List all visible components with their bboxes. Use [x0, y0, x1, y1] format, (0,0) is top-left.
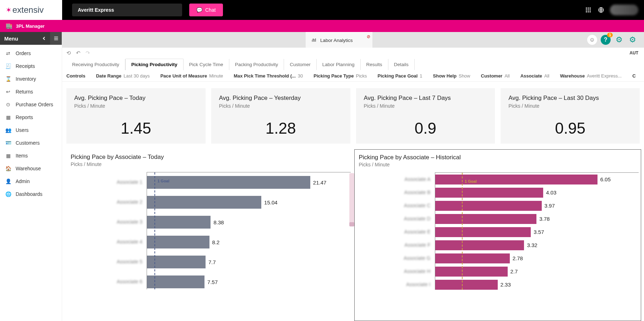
control-max-pick-time[interactable]: Max Pick Time Threshold (...30: [234, 73, 303, 79]
controls-row: Controls Date RangeLast 30 days Pace Uni…: [62, 70, 644, 82]
warehouse-icon: 🏬: [6, 23, 12, 29]
card-subtitle: Picks / Minute: [508, 103, 632, 109]
customers-icon: 🪪: [5, 140, 11, 146]
report-tab-packing[interactable]: Packing Productivity: [229, 59, 284, 70]
analytics-icon: [311, 37, 317, 43]
metric-cards: Avg. Picking Pace – Today Picks / Minute…: [62, 82, 644, 147]
svg-rect-6: [586, 11, 587, 12]
chart-title: Picking Pace by Associate – Historical: [357, 154, 639, 161]
chart-plot: 6.054.033.973.783.573.322.782.72.331 Goa…: [435, 172, 639, 290]
user-avatar[interactable]: [610, 5, 638, 15]
sidebar-item-label: Users: [16, 127, 29, 133]
apps-icon[interactable]: [584, 6, 592, 14]
card-7days[interactable]: Avg. Picking Pace – Last 7 Days Picks / …: [356, 88, 495, 144]
chart-scrollbar[interactable]: [349, 173, 354, 226]
settings-icon-2[interactable]: ⚙: [628, 35, 638, 45]
svg-rect-7: [588, 11, 589, 12]
control-trailing[interactable]: C: [632, 73, 635, 79]
feedback-icon[interactable]: ☺: [587, 35, 597, 45]
card-today[interactable]: Avg. Picking Pace – Today Picks / Minute…: [66, 88, 206, 144]
main-area: Labor Analytics ⊘ ☺ ? 1 ⚙ ⚙ ⟲ ↶ ↷ AUT Re…: [62, 32, 644, 321]
svg-rect-2: [590, 7, 591, 9]
returns-icon: ↩: [5, 89, 11, 95]
sidebar-item-label: Returns: [16, 89, 33, 95]
control-picking-pace-type[interactable]: Picking Pace TypePicks: [313, 73, 367, 79]
app-context-bar: 🏬 3PL Manager: [0, 20, 644, 32]
control-customer[interactable]: CustomerAll: [481, 73, 510, 79]
toolbar-row: ⟲ ↶ ↷ AUT: [62, 48, 644, 58]
card-title: Avg. Picking Pace – Today: [74, 95, 198, 102]
report-tab-receiving[interactable]: Receiving Productivity: [66, 59, 125, 70]
sidebar-item-admin[interactable]: 👤Admin: [0, 175, 62, 188]
report-tab-pick-cycle[interactable]: Pick Cycle Time: [184, 59, 229, 70]
help-icon[interactable]: ? 1: [601, 35, 611, 45]
sidebar-item-dashboards[interactable]: 🌐Dashboards: [0, 188, 62, 200]
tab-strip: Labor Analytics ⊘ ☺ ? 1 ⚙ ⚙: [62, 32, 644, 48]
chart-title: Picking Pace by Associate – Today: [69, 154, 351, 161]
svg-rect-5: [590, 10, 591, 11]
settings-icon[interactable]: ⚙: [614, 35, 624, 45]
sidebar-item-receipts[interactable]: 🧾Receipts: [0, 60, 62, 73]
logo-mark-icon: ✶: [6, 6, 12, 14]
card-30days[interactable]: Avg. Picking Pace – Last 30 Days Picks /…: [501, 88, 640, 144]
control-show-help[interactable]: Show HelpShow: [433, 73, 470, 79]
sidebar-item-orders[interactable]: ⇄Orders: [0, 47, 62, 60]
card-subtitle: Picks / Minute: [74, 103, 198, 109]
charts-row: Picking Pace by Associate – Today Picks …: [62, 147, 644, 321]
chart-historical[interactable]: Picking Pace by Associate – Historical P…: [354, 149, 642, 321]
sidebar-item-label: Warehouse: [16, 166, 41, 171]
aut-label: AUT: [629, 50, 640, 55]
report-tab-results[interactable]: Results: [361, 59, 388, 70]
report-tab-details[interactable]: Details: [388, 59, 415, 70]
chart-categories: Associate AAssociate BAssociate CAssocia…: [357, 172, 435, 290]
card-title: Avg. Picking Pace – Yesterday: [219, 95, 343, 102]
admin-icon: 👤: [5, 178, 11, 184]
close-tab-button[interactable]: ⊘: [367, 34, 370, 39]
tab-right-icons: ☺ ? 1 ⚙ ⚙: [587, 32, 644, 48]
sidebar-item-label: Reports: [16, 114, 33, 120]
control-associate[interactable]: AssociateAll: [520, 73, 550, 79]
refresh-icon[interactable]: ⟲: [66, 50, 71, 56]
sidebar-item-label: Inventory: [16, 76, 36, 82]
control-picking-pace-goal[interactable]: Picking Pace Goal1: [378, 73, 422, 79]
sidebar-item-purchase-orders[interactable]: ⊙Purchase Orders: [0, 98, 62, 111]
tab-label: Labor Analytics: [320, 38, 353, 43]
card-value: 1.45: [74, 119, 198, 137]
card-value: 0.95: [508, 119, 632, 137]
card-value: 0.9: [364, 119, 487, 137]
card-title: Avg. Picking Pace – Last 30 Days: [508, 95, 632, 102]
card-yesterday[interactable]: Avg. Picking Pace – Yesterday Picks / Mi…: [211, 88, 350, 144]
collapse-sidebar-button[interactable]: [38, 32, 50, 45]
chart-today[interactable]: Picking Pace by Associate – Today Picks …: [66, 149, 353, 321]
sidebar-item-label: Admin: [16, 178, 30, 184]
report-tab-customer[interactable]: Customer: [284, 59, 317, 70]
redo-icon[interactable]: ↷: [86, 50, 90, 56]
customer-selector[interactable]: Averitt Express: [72, 4, 182, 16]
globe-icon[interactable]: [597, 6, 605, 14]
po-icon: ⊙: [5, 102, 11, 107]
report-tab-labor-planning[interactable]: Labor Planning: [317, 59, 361, 70]
sidebar-item-customers[interactable]: 🪪Customers: [0, 137, 62, 149]
report-tab-picking[interactable]: Picking Productivity: [125, 59, 184, 70]
help-badge: 1: [607, 33, 613, 37]
topbar-icons: [584, 5, 638, 15]
sidebar-item-inventory[interactable]: ⌛Inventory: [0, 73, 62, 85]
control-warehouse[interactable]: WarehouseAveritt Express...: [560, 73, 622, 79]
undo-icon[interactable]: ↶: [76, 50, 81, 56]
sidebar-item-reports[interactable]: ▦Reports: [0, 111, 62, 124]
sidebar-item-label: Receipts: [16, 63, 35, 69]
chat-button[interactable]: 💬 Chat: [189, 4, 223, 16]
sidebar-item-users[interactable]: 👥Users: [0, 124, 62, 137]
sidebar-item-label: Customers: [16, 140, 40, 146]
hamburger-menu-button[interactable]: [50, 32, 62, 45]
control-date-range[interactable]: Date RangeLast 30 days: [96, 73, 149, 79]
sidebar-item-items[interactable]: ▦Items: [0, 149, 62, 162]
sidebar-item-warehouse[interactable]: 🏠Warehouse: [0, 162, 62, 175]
sidebar-item-returns[interactable]: ↩Returns: [0, 85, 62, 98]
svg-rect-0: [586, 7, 587, 9]
open-tab-labor-analytics[interactable]: Labor Analytics ⊘: [306, 32, 372, 48]
control-pace-unit[interactable]: Pace Unit of MeasureMinute: [160, 73, 223, 79]
inventory-icon: ⌛: [5, 76, 11, 82]
nav-list: ⇄Orders 🧾Receipts ⌛Inventory ↩Returns ⊙P…: [0, 45, 62, 203]
items-icon: ▦: [5, 153, 11, 159]
